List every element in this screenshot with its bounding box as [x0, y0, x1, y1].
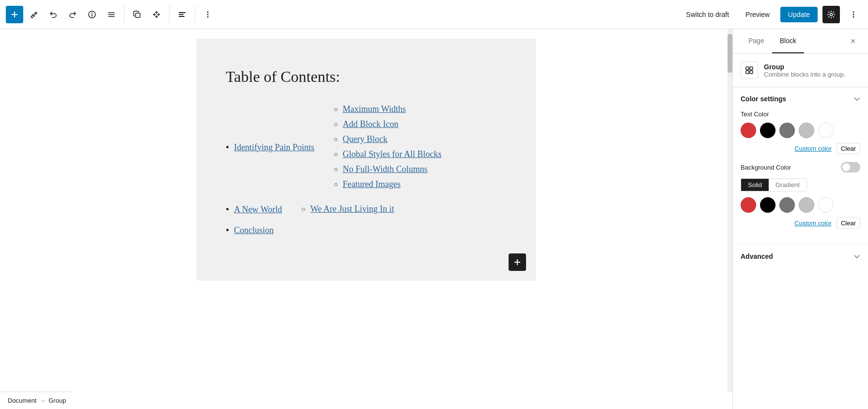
panel-close-button[interactable]: ×: [846, 34, 860, 48]
background-color-label: Background Color: [741, 164, 791, 171]
toolbar-right: Switch to draft Preview Update: [680, 6, 862, 23]
panel-tabs: Page Block: [741, 29, 804, 53]
list-item: Add Block Icon: [334, 119, 441, 129]
toolbar: Switch to draft Preview Update: [0, 0, 868, 29]
svg-point-16: [853, 11, 854, 13]
info-button[interactable]: [83, 6, 101, 23]
bg-color-actions: Custom color Clear: [741, 218, 860, 229]
align-button[interactable]: [173, 6, 191, 23]
svg-rect-8: [136, 13, 140, 17]
list-item: Identifying Pain Points Maximum Widths A…: [226, 100, 507, 194]
text-color-red[interactable]: [741, 123, 756, 138]
toc-link-no-fullwidth[interactable]: No Full-Width Columns: [342, 164, 427, 174]
bg-custom-color-button[interactable]: Custom color: [794, 220, 832, 227]
svg-point-12: [207, 11, 209, 13]
text-color-black[interactable]: [760, 123, 775, 138]
text-color-white[interactable]: [818, 123, 834, 138]
text-color-light-gray[interactable]: [799, 123, 814, 138]
add-block-inline-button[interactable]: [509, 253, 526, 271]
update-button[interactable]: Update: [780, 7, 818, 22]
toc-link-featured[interactable]: Featured Images: [342, 179, 400, 189]
editor-area: Table of Contents: Identifying Pain Poin…: [0, 29, 732, 409]
more-options-button[interactable]: [199, 6, 217, 23]
bg-color-white[interactable]: [818, 197, 834, 213]
svg-rect-22: [750, 67, 753, 70]
list-view-button[interactable]: [103, 6, 120, 23]
breadcrumb-document[interactable]: Document: [8, 397, 36, 404]
svg-point-13: [207, 14, 209, 15]
bg-color-dark-gray[interactable]: [779, 197, 795, 213]
toolbar-left: [6, 6, 678, 23]
add-block-button[interactable]: [6, 6, 23, 23]
svg-point-14: [207, 16, 209, 17]
list-item: Global Styles for All Blocks: [334, 149, 441, 159]
advanced-header[interactable]: Advanced: [741, 252, 860, 260]
toc-link-conclusion[interactable]: Conclusion: [234, 225, 274, 236]
toolbar-separator-1: [124, 6, 124, 23]
toc-link-max-widths[interactable]: Maximum Widths: [342, 104, 405, 114]
switch-to-draft-button[interactable]: Switch to draft: [680, 8, 735, 21]
background-color-header: Background Color: [741, 162, 860, 173]
toc-list: Identifying Pain Points Maximum Widths A…: [226, 100, 507, 236]
list-item: Query Block: [334, 134, 441, 144]
block-icon: [741, 62, 758, 79]
color-settings-title: Color settings: [741, 95, 786, 103]
overflow-menu-button[interactable]: [845, 6, 862, 23]
tab-block[interactable]: Block: [772, 29, 804, 53]
toolbar-separator-2: [169, 6, 170, 23]
text-custom-color-button[interactable]: Custom color: [794, 145, 832, 152]
undo-button[interactable]: [45, 6, 62, 23]
color-settings-collapse-button[interactable]: [853, 95, 860, 102]
content-block[interactable]: Table of Contents: Identifying Pain Poin…: [197, 39, 536, 281]
gradient-tab[interactable]: Gradient: [769, 179, 806, 191]
color-settings-header: Color settings: [741, 95, 860, 103]
block-description: Combine blocks into a group.: [764, 71, 845, 78]
list-item: A New World We Are Just Living In it: [226, 200, 507, 219]
bg-color-red[interactable]: [741, 197, 756, 213]
toc-title: Table of Contents:: [226, 68, 507, 86]
svg-point-15: [830, 13, 833, 16]
bg-color-black[interactable]: [760, 197, 775, 213]
toc-link-identifying[interactable]: Identifying Pain Points: [234, 142, 314, 153]
solid-gradient-tabs: Solid Gradient: [741, 178, 807, 191]
solid-tab[interactable]: Solid: [741, 179, 769, 191]
text-color-dark-gray[interactable]: [779, 123, 795, 138]
bg-color-light-gray[interactable]: [799, 197, 814, 213]
svg-point-18: [853, 16, 854, 17]
advanced-title: Advanced: [741, 252, 773, 260]
toolbar-separator-3: [195, 6, 195, 23]
svg-point-4: [92, 12, 93, 13]
toc-link-query[interactable]: Query Block: [342, 134, 387, 144]
bg-color-swatches: [741, 197, 860, 213]
tools-button[interactable]: [25, 6, 43, 23]
list-item: Conclusion: [226, 225, 507, 236]
breadcrumb-group[interactable]: Group: [48, 397, 66, 404]
breadcrumb: Document → Group: [0, 392, 74, 409]
advanced-chevron-button[interactable]: [853, 253, 860, 260]
list-item: Maximum Widths: [334, 104, 441, 114]
block-title: Group: [764, 63, 845, 71]
right-panel: Page Block × Group Combine blocks into a…: [732, 29, 868, 409]
text-color-label: Text Color: [741, 110, 860, 118]
text-clear-button[interactable]: Clear: [837, 143, 860, 154]
main-area: Table of Contents: Identifying Pain Poin…: [0, 29, 868, 409]
toc-link-add-block[interactable]: Add Block Icon: [342, 119, 398, 129]
svg-rect-24: [750, 71, 753, 74]
bg-clear-button[interactable]: Clear: [837, 218, 860, 229]
toc-link-new-world[interactable]: A New World: [234, 204, 282, 215]
tab-page[interactable]: Page: [741, 29, 772, 53]
redo-button[interactable]: [64, 6, 81, 23]
list-item: Featured Images: [334, 179, 441, 189]
move-button[interactable]: [148, 6, 165, 23]
text-color-swatches: [741, 123, 860, 138]
svg-rect-21: [746, 67, 749, 70]
toc-link-living[interactable]: We Are Just Living In it: [310, 204, 394, 214]
toggle-slider: [841, 162, 860, 173]
preview-button[interactable]: Preview: [740, 8, 775, 21]
background-color-toggle[interactable]: [841, 162, 860, 173]
breadcrumb-arrow: →: [39, 397, 46, 404]
color-settings-section: Color settings Text Color Custom color C…: [733, 87, 868, 245]
settings-gear-button[interactable]: [822, 6, 840, 23]
copy-button[interactable]: [128, 6, 146, 23]
toc-link-global-styles[interactable]: Global Styles for All Blocks: [342, 149, 441, 159]
